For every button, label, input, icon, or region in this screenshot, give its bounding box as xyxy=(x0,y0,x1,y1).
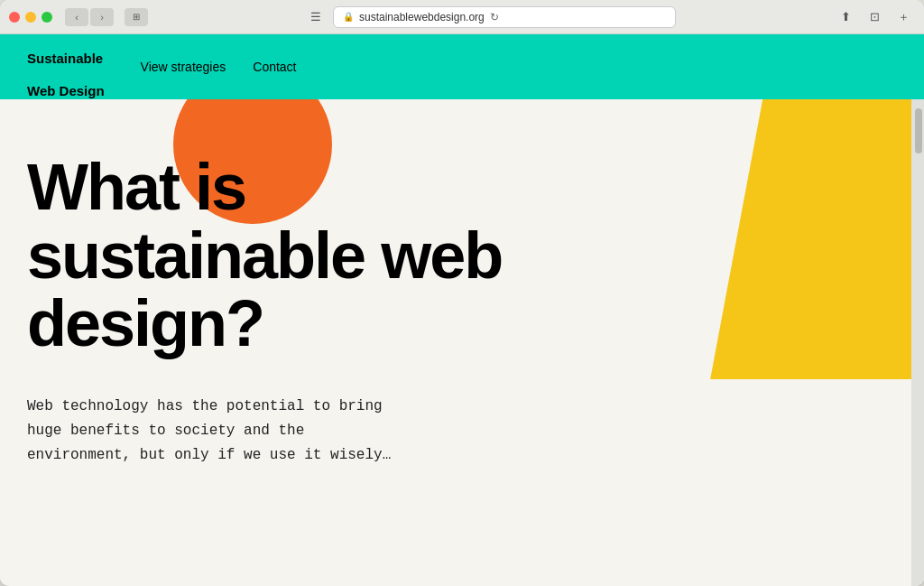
hero-body: Web technology has the potential to brin… xyxy=(27,395,415,469)
site-main: What is sustainable web design? Web tech… xyxy=(0,99,924,586)
tab-overview-button[interactable]: ⊞ xyxy=(125,8,148,26)
scrollbar-thumb[interactable] xyxy=(915,108,922,153)
back-button[interactable]: ‹ xyxy=(65,8,88,26)
nav-buttons: ‹ › xyxy=(65,8,114,26)
sidebar-button[interactable]: ＋ xyxy=(892,8,915,26)
minimize-button[interactable] xyxy=(25,12,36,23)
title-bar: ‹ › ⊞ ☰ 🔒 sustainablewebdesign.org ↻ ⬆ ⊡… xyxy=(0,0,924,34)
toolbar-right: ⬆ ⊡ ＋ xyxy=(834,8,915,26)
share-button[interactable]: ⬆ xyxy=(834,8,857,26)
lock-icon: 🔒 xyxy=(343,12,354,22)
address-bar[interactable]: 🔒 sustainablewebdesign.org ↻ xyxy=(333,6,676,28)
site-nav-links: View strategies Contact xyxy=(141,60,297,74)
hero-section: What is sustainable web design? Web tech… xyxy=(27,153,532,468)
maximize-button[interactable] xyxy=(42,12,52,23)
nav-link-strategies[interactable]: View strategies xyxy=(141,60,226,74)
new-tab-button[interactable]: ⊡ xyxy=(863,8,886,26)
svg-marker-1 xyxy=(710,99,921,379)
forward-button[interactable]: › xyxy=(90,8,114,26)
site-logo[interactable]: Sustainable Web Design xyxy=(27,34,105,99)
address-bar-container: ☰ 🔒 sustainablewebdesign.org ↻ xyxy=(153,6,828,28)
scrollbar-track xyxy=(911,99,924,586)
reader-mode-button[interactable]: ☰ xyxy=(306,8,326,26)
url-text: sustainablewebdesign.org xyxy=(359,11,485,23)
close-button[interactable] xyxy=(9,12,20,23)
yellow-decorative-shape xyxy=(707,99,924,379)
nav-link-contact[interactable]: Contact xyxy=(253,60,296,74)
traffic-lights xyxy=(9,12,52,23)
browser-content: Sustainable Web Design View strategies C… xyxy=(0,34,924,586)
reload-button[interactable]: ↻ xyxy=(490,11,499,23)
site-nav: Sustainable Web Design View strategies C… xyxy=(0,34,924,99)
hero-heading: What is sustainable web design? xyxy=(27,153,532,358)
